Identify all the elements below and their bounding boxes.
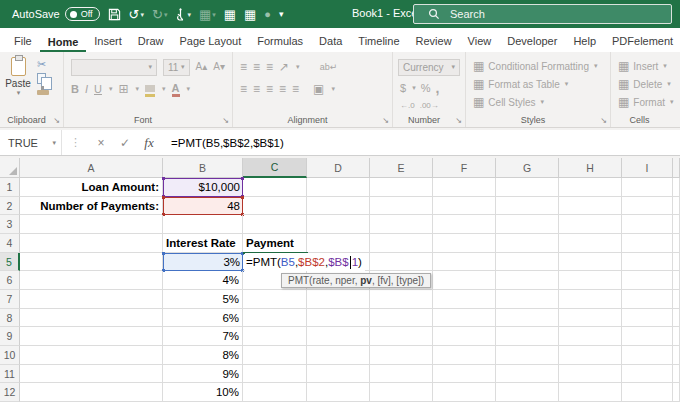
cell-F12[interactable]	[433, 383, 496, 402]
cell-D8[interactable]	[307, 309, 370, 328]
cell-G1[interactable]	[496, 178, 559, 197]
cell-B5[interactable]: 3%	[163, 253, 243, 272]
cell-I10[interactable]	[622, 346, 673, 365]
cell-partial-11[interactable]	[673, 365, 680, 384]
tab-file[interactable]: File	[6, 31, 40, 52]
borders-chevron-icon[interactable]: ▾	[136, 85, 140, 93]
cell-G10[interactable]	[496, 346, 559, 365]
merge-chevron-icon[interactable]: ▾	[331, 85, 335, 93]
column-header-H[interactable]: H	[559, 158, 622, 178]
cell-A4[interactable]	[20, 234, 163, 253]
cell-F8[interactable]	[433, 309, 496, 328]
currency-format-button[interactable]: $	[400, 83, 406, 94]
alignment-dialog-launcher-icon[interactable]: ↘	[382, 116, 389, 125]
cut-icon[interactable]: ✂	[37, 59, 60, 70]
cell-I8[interactable]	[622, 309, 673, 328]
cell-C10[interactable]	[243, 346, 307, 365]
cell-E3[interactable]	[370, 215, 433, 234]
cancel-button[interactable]: ×	[89, 136, 113, 150]
decrease-indent-button[interactable]: ≡	[279, 83, 286, 95]
tab-timeline[interactable]: Timeline	[350, 31, 407, 52]
delete-cells-button[interactable]: Delete	[633, 79, 662, 90]
cell-B3[interactable]	[163, 215, 243, 234]
cell-B9[interactable]: 7%	[163, 327, 243, 346]
cell-E10[interactable]	[370, 346, 433, 365]
bold-button[interactable]: B	[71, 84, 79, 95]
cell-partial-10[interactable]	[673, 346, 680, 365]
cell-partial-4[interactable]	[673, 234, 680, 253]
cell-G6[interactable]	[496, 271, 559, 290]
cell-B4[interactable]: Interest Rate	[163, 234, 243, 253]
cell-F10[interactable]	[433, 346, 496, 365]
row-header-3[interactable]: 3	[0, 215, 20, 234]
cell-I12[interactable]	[622, 383, 673, 402]
row-header-7[interactable]: 7	[0, 290, 20, 309]
insert-cells-button[interactable]: Insert	[633, 61, 658, 72]
cell-A7[interactable]	[20, 290, 163, 309]
cell-F5[interactable]	[433, 253, 496, 272]
fill-color-button[interactable]	[145, 82, 155, 97]
cell-D4[interactable]	[307, 234, 370, 253]
format-cells-chevron-icon[interactable]: ▾	[670, 98, 674, 106]
orientation-button[interactable]: ↗	[279, 61, 289, 73]
tab-insert[interactable]: Insert	[86, 31, 130, 52]
undo-chevron-icon[interactable]: ▾	[140, 11, 144, 18]
wrap-text-button[interactable]: ab↵	[320, 63, 338, 72]
merge-center-button[interactable]: ▣	[313, 83, 324, 95]
cell-H7[interactable]	[559, 290, 622, 309]
cell-H4[interactable]	[559, 234, 622, 253]
paste-chevron-icon[interactable]: ▾	[17, 89, 21, 97]
format-cells-button[interactable]: Format	[633, 97, 665, 108]
cell-I5[interactable]	[622, 253, 673, 272]
cell-G11[interactable]	[496, 365, 559, 384]
autosave-toggle[interactable]: AutoSave Off	[12, 7, 100, 21]
cell-D12[interactable]	[307, 383, 370, 402]
cell-D10[interactable]	[307, 346, 370, 365]
cell-edit-formula[interactable]: =PMT(B5,$B$2,$B$1)	[245, 253, 365, 271]
cell-A8[interactable]	[20, 309, 163, 328]
font-dialog-launcher-icon[interactable]: ↘	[222, 116, 229, 125]
tab-view[interactable]: View	[460, 31, 500, 52]
row-header-12[interactable]: 12	[0, 383, 20, 402]
row-header-11[interactable]: 11	[0, 365, 20, 384]
cell-D11[interactable]	[307, 365, 370, 384]
font-size-select[interactable]: 11▾	[163, 59, 190, 76]
cell-H2[interactable]	[559, 197, 622, 216]
clipboard-dialog-launcher-icon[interactable]: ↘	[53, 116, 60, 125]
cell-C7[interactable]	[243, 290, 307, 309]
cell-F4[interactable]	[433, 234, 496, 253]
column-header-G[interactable]: G	[496, 158, 559, 178]
align-right-button[interactable]: ≡	[266, 83, 273, 95]
cell-E9[interactable]	[370, 327, 433, 346]
align-top-button[interactable]: ≡	[240, 61, 247, 73]
borders-button[interactable]: ⊞	[118, 83, 128, 95]
currency-chevron-icon[interactable]: ▾	[412, 84, 416, 92]
cell-G7[interactable]	[496, 290, 559, 309]
formula-input[interactable]: =PMT(B5,$B$2,$B$1)	[161, 137, 284, 149]
cell-G9[interactable]	[496, 327, 559, 346]
cell-I3[interactable]	[622, 215, 673, 234]
select-all-button[interactable]	[0, 158, 20, 178]
cell-C8[interactable]	[243, 309, 307, 328]
delete-cells-chevron-icon[interactable]: ▾	[667, 80, 671, 88]
fill-color-chevron-icon[interactable]: ▾	[162, 85, 166, 93]
cell-I7[interactable]	[622, 290, 673, 309]
cell-G2[interactable]	[496, 197, 559, 216]
copy-icon[interactable]	[37, 73, 46, 84]
range-handle-icon[interactable]	[162, 252, 165, 255]
borders-qat-button[interactable]: ▦	[224, 8, 236, 21]
underline-chevron-icon[interactable]: ▾	[109, 85, 113, 93]
cell-partial-9[interactable]	[673, 327, 680, 346]
cell-H3[interactable]	[559, 215, 622, 234]
cell-I9[interactable]	[622, 327, 673, 346]
cell-G12[interactable]	[496, 383, 559, 402]
cell-B6[interactable]: 4%	[163, 271, 243, 290]
font-color-button[interactable]: A	[172, 82, 180, 97]
tab-review[interactable]: Review	[408, 31, 460, 52]
undo-button[interactable]: ↺▾	[129, 8, 144, 21]
align-middle-button[interactable]: ≡	[253, 61, 260, 73]
cell-H10[interactable]	[559, 346, 622, 365]
cell-D9[interactable]	[307, 327, 370, 346]
cell-D1[interactable]	[307, 178, 370, 197]
insert-cells-chevron-icon[interactable]: ▾	[663, 62, 667, 70]
